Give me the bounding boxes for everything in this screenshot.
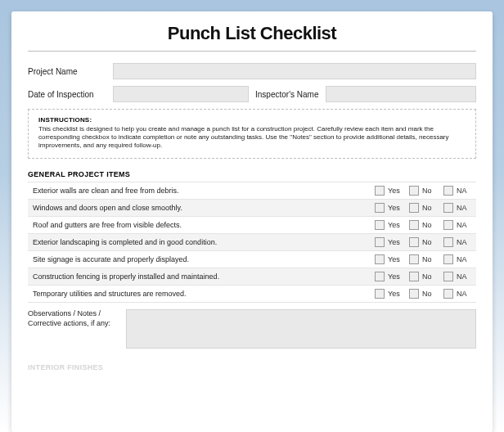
item-text: Roof and gutters are free from visible d… (33, 221, 375, 229)
option-label-no: No (422, 255, 437, 263)
checkbox-yes[interactable] (375, 272, 385, 281)
project-name-label: Project Name (28, 67, 106, 76)
item-text: Windows and doors open and close smoothl… (33, 204, 375, 212)
checkbox-yes[interactable] (375, 237, 385, 247)
item-row: Site signage is accurate and properly di… (28, 250, 476, 268)
option-label-yes: Yes (388, 204, 403, 212)
item-row: Construction fencing is properly install… (28, 268, 476, 285)
checkbox-yes[interactable] (375, 220, 385, 230)
checkbox-na[interactable] (443, 220, 453, 230)
item-text: Construction fencing is properly install… (33, 272, 375, 281)
item-row: Temporary utilities and structures are r… (28, 285, 476, 302)
project-name-input[interactable] (113, 63, 476, 79)
checkbox-na[interactable] (443, 203, 453, 213)
checkbox-yes[interactable] (375, 289, 385, 299)
item-row: Exterior landscaping is completed and in… (28, 233, 476, 250)
option-label-yes: Yes (388, 255, 403, 263)
checkbox-na[interactable] (443, 272, 453, 281)
checkbox-no[interactable] (409, 203, 419, 213)
option-label-no: No (422, 221, 437, 229)
option-label-na: NA (457, 255, 471, 263)
checkbox-yes[interactable] (375, 254, 385, 264)
checkbox-yes[interactable] (375, 203, 385, 213)
section-heading-interior: INTERIOR FINISHES (28, 363, 476, 371)
checkbox-na[interactable] (443, 289, 453, 299)
option-label-no: No (422, 187, 437, 195)
option-label-yes: Yes (388, 238, 403, 246)
project-name-row: Project Name (28, 63, 476, 79)
item-text: Exterior walls are clean and free from d… (33, 187, 375, 195)
option-label-yes: Yes (388, 187, 403, 195)
option-label-na: NA (457, 204, 471, 212)
item-options: Yes No NA (375, 289, 471, 299)
option-label-no: No (422, 238, 437, 246)
item-text: Exterior landscaping is completed and in… (33, 238, 375, 246)
item-text: Temporary utilities and structures are r… (33, 290, 375, 298)
notes-input[interactable] (126, 309, 476, 349)
title-divider (28, 51, 476, 52)
item-options: Yes No NA (375, 254, 471, 264)
date-inspector-row: Date of Inspection Inspector's Name (28, 86, 476, 102)
option-label-yes: Yes (388, 221, 403, 229)
item-row: Windows and doors open and close smoothl… (28, 199, 476, 216)
form-sheet: Punch List Checklist Project Name Date o… (11, 11, 493, 432)
section-heading-general: GENERAL PROJECT ITEMS (28, 170, 476, 178)
item-options: Yes No NA (375, 237, 471, 247)
item-row: Roof and gutters are free from visible d… (28, 216, 476, 233)
checkbox-no[interactable] (409, 254, 419, 264)
option-label-na: NA (457, 221, 471, 229)
option-label-no: No (422, 204, 437, 212)
inspector-input[interactable] (326, 86, 477, 102)
inspector-label: Inspector's Name (255, 90, 319, 99)
item-options: Yes No NA (375, 186, 471, 196)
instructions-heading: INSTRUCTIONS: (38, 116, 466, 124)
checkbox-no[interactable] (409, 272, 419, 281)
checkbox-no[interactable] (409, 220, 419, 230)
checkbox-yes[interactable] (375, 186, 385, 196)
date-input[interactable] (113, 86, 249, 102)
checkbox-na[interactable] (443, 186, 453, 196)
option-label-yes: Yes (388, 290, 403, 298)
date-label: Date of Inspection (28, 90, 106, 99)
item-options: Yes No NA (375, 203, 471, 213)
checkbox-na[interactable] (443, 237, 453, 247)
option-label-na: NA (457, 238, 471, 246)
instructions-box: INSTRUCTIONS: This checklist is designed… (28, 109, 476, 159)
option-label-yes: Yes (388, 272, 403, 281)
checkbox-na[interactable] (443, 254, 453, 264)
item-text: Site signage is accurate and properly di… (33, 255, 375, 263)
instructions-body: This checklist is designed to help you c… (38, 125, 466, 150)
fade-overlay (11, 383, 493, 432)
checkbox-no[interactable] (409, 237, 419, 247)
item-options: Yes No NA (375, 220, 471, 230)
option-label-no: No (422, 290, 437, 298)
checkbox-no[interactable] (409, 186, 419, 196)
option-label-na: NA (457, 272, 471, 281)
notes-row: Observations / Notes / Corrective action… (28, 309, 476, 349)
option-label-no: No (422, 272, 437, 281)
notes-label: Observations / Notes / Corrective action… (28, 309, 118, 349)
option-label-na: NA (457, 187, 471, 195)
item-row: Exterior walls are clean and free from d… (28, 182, 476, 199)
checkbox-no[interactable] (409, 289, 419, 299)
option-label-na: NA (457, 290, 471, 298)
items-list: Exterior walls are clean and free from d… (28, 182, 476, 303)
page-title: Punch List Checklist (28, 23, 476, 44)
item-options: Yes No NA (375, 272, 471, 281)
